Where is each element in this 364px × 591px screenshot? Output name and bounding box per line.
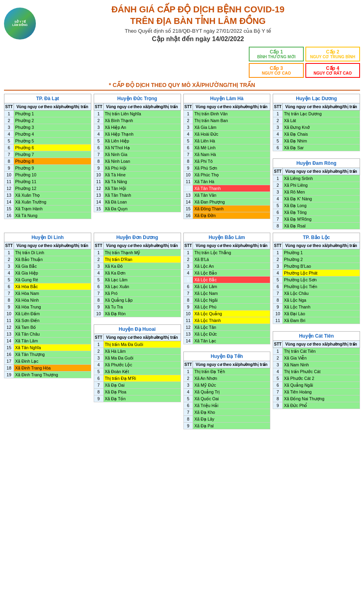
row-name: Xã Bình Thạnh [103,117,181,124]
table-row: 3 Xã Gia Bắc [4,263,91,270]
table-row: 4 Thị trấn Phước Cát [273,368,360,375]
row-stt: 5 [183,138,193,144]
row-stt: 2 [273,182,283,189]
table-row: 3 Xã Mỹ Đức [183,382,270,389]
table-row: 11 Xã Lộc Thành [183,317,270,324]
row-name: Xã Tân Thượng [14,351,91,358]
table-row: 5 Xã Gung Ré [4,277,91,283]
row-name: Xã Trạm Hành [14,206,91,212]
table-row: 7 Xã Đạ M'Rông [273,216,360,223]
row-stt: 13 [183,192,193,199]
table-row: 12 Xã Tân Hội [94,185,181,192]
row-name: Phường 12 [14,185,91,192]
row-stt: 3 [94,124,103,131]
row-name: Xã Gia Lâm [193,124,270,131]
row-name: Phường 8 [14,158,91,165]
row-stt: 2 [273,355,283,362]
table-row: 5 Xã Quốc Oai [183,395,270,402]
table-row: 6 Phường 6 [4,144,91,151]
legend-area: Cấp 1 BÌNH THƯỜNG MỚI Cấp 2 NGUY CƠ TRUN… [4,47,360,78]
table-row: 7 Xã Đạ Oai [94,382,181,389]
row-stt: 14 [4,338,14,344]
row-name: Xã Ninh Gia [103,151,181,158]
table-row: 4 Xã Hiệp Thạnh [94,131,181,138]
row-stt: 16 [4,212,14,219]
row-name: Xã Tu Tra [103,304,181,310]
row-name: Xã Phúc Thọ [193,172,270,178]
row-name: Xã Đạ Nhim [283,138,360,144]
row-stt: 10 [183,310,193,317]
table-row: 1 Thị trấn Liên Nghĩa [94,111,181,117]
district-table: TP. Bảo Lộc STT Vùng nguy cơ theo xã/phư… [273,233,360,324]
table-row: 16 Xã Tà Nung [4,212,91,219]
row-name: Xã Lộc Bắc [193,277,270,283]
table-row: 9 Xã Phú Sơn [183,165,270,172]
district-cell: Huyện Đức Trọng STT Vùng nguy cơ theo xã… [94,94,181,229]
legend-cap4: Cấp 4 NGUY CƠ RẤT CAO [305,63,360,78]
row-name: Thị trấn Cát Tiên [283,348,360,355]
row-stt: 6 [4,283,14,290]
row-stt: 2 [94,256,103,263]
table-row: 8 Xã Ninh Loan [94,158,181,165]
table-row: 1 Xã Liêng Srônh [273,175,360,182]
table-row: 4 Phường Lộc Phát [273,270,360,277]
row-name: Xã Đạ Kho [193,409,270,416]
row-stt: 12 [183,324,193,331]
table-row: 2 Phường 2 [273,256,360,263]
row-stt: 4 [273,131,283,138]
row-name: Xã Đạ Tông [283,209,360,216]
row-stt: 7 [4,290,14,297]
row-stt: 3 [4,124,14,131]
table-row: 5 Xã Đoàn Kết [94,368,181,375]
table-row: 4 Xã Ka Đơn [94,270,181,277]
row-name: Thị trấn Đinh Văn [193,111,270,117]
table-row: 11 Phường 11 [4,178,91,185]
tables-row2: Huyện Di Linh STT Vùng nguy cơ theo xã/p… [4,233,360,429]
row-stt: 5 [4,138,14,144]
row-name: Xã Tà Hine [103,172,181,178]
row-stt: 2 [4,256,14,263]
row-stt: 5 [273,202,283,209]
table-row: 12 Xã Tân Thanh [183,185,270,192]
table-row: 13 Xã Tân Văn [183,192,270,199]
row-stt: 10 [4,310,14,317]
row-name: Xã Phú Sơn [193,165,270,172]
table-row: 9 Xã Đạ Pal [183,423,270,429]
row-name: Phường B'Lao [283,263,360,270]
row-name: Xã Liêng Srônh [283,175,360,182]
row-stt: 2 [183,375,193,382]
row-name: Xã Sơn Điền [14,317,91,324]
table-row: 4 Phường 4 [4,131,91,138]
row-stt: 5 [4,277,14,283]
row-stt: 7 [94,382,103,389]
row-stt: 7 [273,389,283,395]
title-line2: TRÊN ĐỊA BÀN TỈNH LÂM ĐỒNG [36,16,360,27]
table-row: 1 Phường 1 [273,249,360,256]
row-name: Xã Đạ Tồn [103,395,181,402]
table-row: 16 Xã Đạ Đờn [183,212,270,219]
row-name: Xã Đinh Trang Thượng [14,372,91,378]
row-name: Phường 4 [14,131,91,138]
row-name: Xã Gia Hiệp [14,270,91,277]
row-stt: 3 [273,263,283,270]
table-row: 5 Phường Lộc Sơn [273,277,360,283]
table-row: 4 Xã Đạ Chais [273,131,360,138]
col-stt: STT [273,103,283,111]
title-line1: ĐÁNH GIÁ CẤP ĐỘ DỊCH BỆNH COVID-19 [36,4,360,16]
table-row: 2 Xã Lát [273,117,360,124]
col-stt: STT [94,242,103,249]
row-stt: 9 [183,304,193,310]
row-name: Xã Gia Viễn [283,355,360,362]
row-name: Phường 1 [283,249,360,256]
row-stt: 13 [183,331,193,338]
table-row: 15 Xã Tân Nghĩa [4,344,91,351]
row-name: Xã Đạ K' Nàng [283,196,360,202]
table-row: 5 Phường 5 [4,138,91,144]
row-name: Xã Tân Lâm [14,338,91,344]
row-name: Xã Hiệp Thạnh [103,131,181,138]
row-stt: 7 [273,290,283,297]
table-row: 14 Xã Tân Lạc [183,338,270,344]
table-row: 10 Xã Đại Lào [273,310,360,317]
row-name: Xã An Nhơn [193,375,270,382]
row-name: Xã Quảng Ngãi [283,382,360,389]
